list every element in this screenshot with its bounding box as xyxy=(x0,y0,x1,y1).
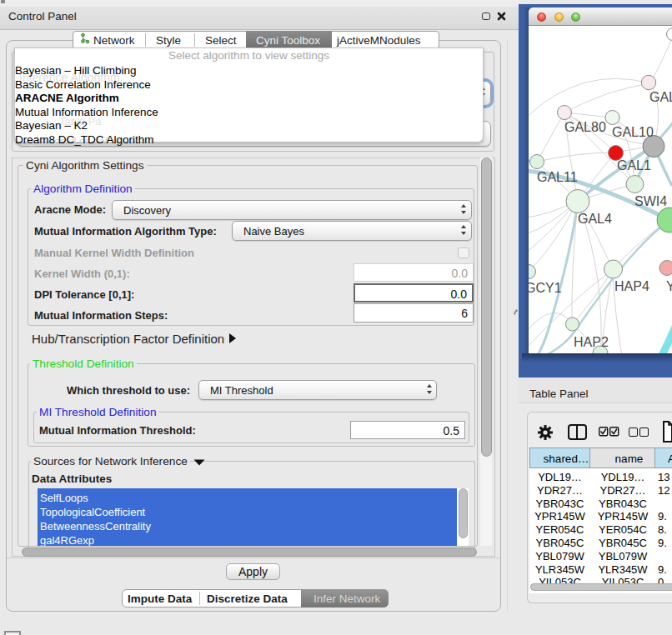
svg-text:Y: Y xyxy=(666,279,672,293)
svg-text:HAP4: HAP4 xyxy=(614,279,649,293)
svg-text:GAL80: GAL80 xyxy=(564,120,606,134)
svg-text:HAP2: HAP2 xyxy=(574,335,609,349)
svg-text:GAL10: GAL10 xyxy=(612,125,654,139)
svg-text:GAL7: GAL7 xyxy=(649,90,672,104)
svg-text:GAL11: GAL11 xyxy=(537,170,578,184)
svg-text:GAL4: GAL4 xyxy=(578,212,612,226)
svg-text:SWI4: SWI4 xyxy=(634,194,667,208)
svg-text:GAL1: GAL1 xyxy=(617,158,651,172)
svg-text:GCY1: GCY1 xyxy=(529,281,562,295)
